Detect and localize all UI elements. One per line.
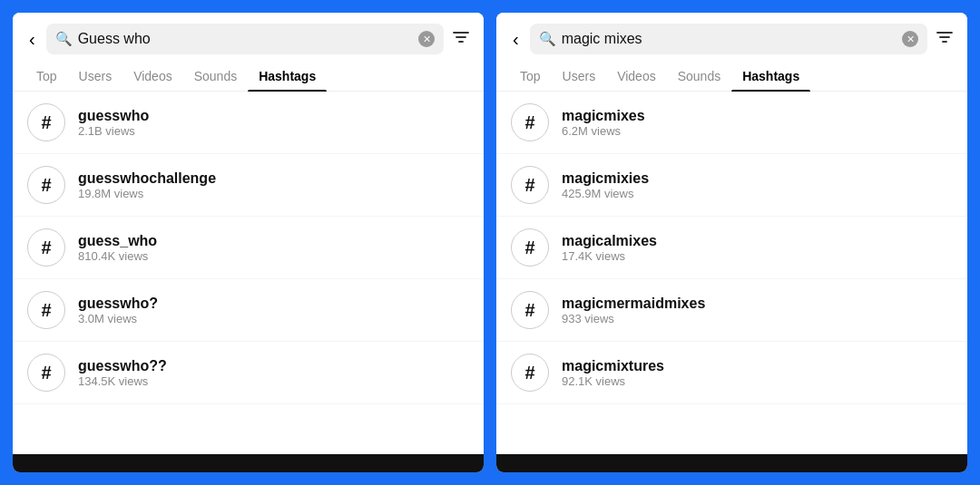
filter-button-right[interactable] [935, 27, 955, 52]
clear-button-left[interactable]: ✕ [418, 31, 435, 47]
search-input-wrap-right: 🔍 magic mixes ✕ [530, 24, 927, 54]
result-name: guesswho [78, 108, 469, 124]
result-info: magicmixies 425.9M views [562, 170, 953, 200]
result-item[interactable]: # guesswhochallenge 19.8M views [13, 154, 484, 217]
tab-top-left[interactable]: Top [25, 62, 68, 91]
result-views: 425.9M views [562, 187, 953, 200]
tab-top-right[interactable]: Top [509, 62, 552, 91]
result-info: guess_who 810.4K views [78, 233, 469, 263]
tab-hashtags-right[interactable]: Hashtags [731, 62, 810, 91]
result-name: guesswhochallenge [78, 170, 469, 187]
result-views: 134.5K views [78, 374, 469, 388]
hashtag-icon: # [27, 228, 65, 267]
search-bar-right: ‹ 🔍 magic mixes ✕ [496, 13, 967, 62]
hashtag-icon: # [27, 291, 65, 329]
result-name: guess_who [78, 233, 469, 249]
result-name: magicmixtures [562, 358, 953, 374]
tab-sounds-right[interactable]: Sounds [667, 62, 731, 91]
result-item[interactable]: # guesswho? 3.0M views [13, 279, 484, 342]
result-info: magicmixes 6.2M views [562, 108, 953, 138]
clear-button-right[interactable]: ✕ [902, 31, 918, 47]
result-item[interactable]: # guesswho?? 134.5K views [13, 342, 484, 404]
result-views: 810.4K views [78, 249, 469, 263]
result-name: guesswho?? [78, 358, 469, 374]
result-info: guesswho?? 134.5K views [78, 358, 469, 388]
tab-hashtags-left[interactable]: Hashtags [248, 62, 327, 91]
result-info: magicalmixes 17.4K views [562, 233, 953, 263]
hashtag-icon: # [511, 228, 549, 267]
search-input-wrap-left: 🔍 Guess who ✕ [46, 24, 444, 54]
results-list-left: # guesswho 2.1B views # guesswhochalleng… [13, 92, 484, 454]
result-name: magicmixies [562, 170, 953, 187]
hashtag-icon: # [27, 103, 65, 141]
search-value-left[interactable]: Guess who [78, 31, 413, 47]
result-views: 933 views [562, 312, 953, 325]
result-name: magicmixes [562, 108, 953, 124]
bottom-bar-left [13, 454, 484, 472]
result-name: guesswho? [78, 296, 469, 312]
hashtag-icon: # [511, 166, 549, 204]
result-views: 17.4K views [562, 249, 953, 263]
tab-videos-right[interactable]: Videos [606, 62, 667, 91]
search-icon-right: 🔍 [539, 31, 556, 47]
hashtag-icon: # [511, 103, 549, 141]
tab-videos-left[interactable]: Videos [122, 62, 183, 91]
bottom-bar-right [496, 454, 967, 472]
tab-users-right[interactable]: Users [552, 62, 607, 91]
result-views: 92.1K views [562, 374, 953, 388]
result-name: magicmermaidmixes [562, 296, 953, 312]
search-bar-left: ‹ 🔍 Guess who ✕ [13, 13, 484, 62]
result-item[interactable]: # magicalmixes 17.4K views [496, 217, 967, 279]
result-item[interactable]: # magicmermaidmixes 933 views [496, 279, 967, 342]
hashtag-icon: # [27, 166, 65, 204]
result-info: guesswhochallenge 19.8M views [78, 170, 469, 200]
back-button-left[interactable]: ‹ [25, 25, 39, 53]
tab-users-left[interactable]: Users [68, 62, 123, 91]
result-item[interactable]: # guess_who 810.4K views [13, 217, 484, 279]
result-item[interactable]: # magicmixies 425.9M views [496, 154, 967, 217]
tab-sounds-left[interactable]: Sounds [183, 62, 248, 91]
search-icon-left: 🔍 [55, 31, 73, 47]
hashtag-icon: # [511, 354, 549, 392]
hashtag-icon: # [27, 354, 65, 392]
result-item[interactable]: # guesswho 2.1B views [13, 92, 484, 154]
result-info: magicmixtures 92.1K views [562, 358, 953, 388]
result-item[interactable]: # magicmixtures 92.1K views [496, 342, 967, 404]
result-info: magicmermaidmixes 933 views [562, 296, 953, 325]
back-button-right[interactable]: ‹ [509, 25, 523, 53]
tabs-right: Top Users Videos Sounds Hashtags [496, 62, 967, 92]
results-list-right: # magicmixes 6.2M views # magicmixies 42… [496, 92, 967, 454]
result-views: 19.8M views [78, 187, 469, 200]
result-views: 2.1B views [78, 124, 469, 138]
panel-right: ‹ 🔍 magic mixes ✕ Top Users Videos Sound… [496, 13, 967, 472]
search-value-right[interactable]: magic mixes [562, 31, 897, 47]
result-info: guesswho 2.1B views [78, 108, 469, 138]
panel-left: ‹ 🔍 Guess who ✕ Top Users Videos Sounds … [13, 13, 484, 472]
result-item[interactable]: # magicmixes 6.2M views [496, 92, 967, 154]
tabs-left: Top Users Videos Sounds Hashtags [13, 62, 484, 92]
result-views: 6.2M views [562, 124, 953, 138]
filter-button-left[interactable] [451, 27, 471, 52]
hashtag-icon: # [511, 291, 549, 329]
result-info: guesswho? 3.0M views [78, 296, 469, 325]
result-views: 3.0M views [78, 312, 469, 325]
result-name: magicalmixes [562, 233, 953, 249]
